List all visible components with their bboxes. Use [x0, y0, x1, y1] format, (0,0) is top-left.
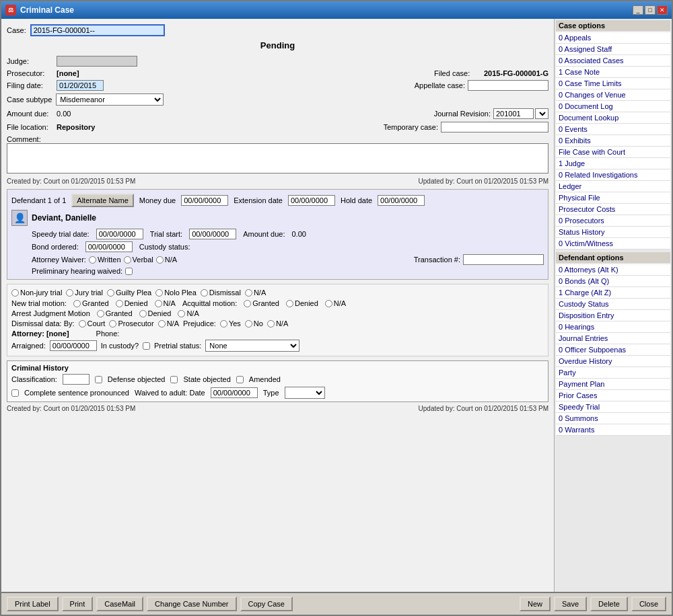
new-button[interactable]: New — [520, 596, 551, 611]
defense-objected-checkbox[interactable] — [95, 376, 102, 383]
amended-checkbox[interactable] — [236, 376, 244, 383]
close-button[interactable]: ✕ — [657, 5, 668, 15]
charge-link[interactable]: 1 Charge (Alt Z) — [556, 287, 670, 299]
pretrial-select[interactable]: None Monitoring — [205, 340, 299, 352]
created-info: Created by: Court on 01/20/2015 01:53 PM — [7, 178, 135, 185]
exhibits-link[interactable]: 0 Exhibits — [556, 135, 670, 147]
nolo-plea-radio[interactable] — [155, 289, 163, 297]
close-window-button[interactable]: Close — [631, 596, 666, 611]
dismiss-na-radio[interactable] — [158, 320, 166, 328]
case-time-limits-link[interactable]: 0 Case Time Limits — [556, 78, 670, 89]
speedy-trial-link[interactable]: Speedy Trial — [556, 401, 670, 413]
associated-cases-link[interactable]: 0 Associated Cases — [556, 55, 670, 67]
physical-file-link[interactable]: Physical File — [556, 192, 670, 204]
prosecutors-link[interactable]: 0 Prosecutors — [556, 215, 670, 227]
minimize-button[interactable]: _ — [633, 5, 643, 15]
bonds-link[interactable]: 0 Bonds (Alt Q) — [556, 276, 670, 287]
na-waiver-radio[interactable] — [156, 256, 164, 264]
casemail-button[interactable]: CaseMail — [96, 596, 143, 611]
changes-of-venue-link[interactable]: 0 Changes of Venue — [556, 89, 670, 101]
appeals-link[interactable]: 0 Appeals — [556, 32, 670, 44]
new-trial-na-radio[interactable] — [155, 300, 162, 307]
print-button[interactable]: Print — [62, 596, 94, 611]
related-investigations-link[interactable]: 0 Related Investigations — [556, 169, 670, 181]
speedy-trial-input[interactable] — [96, 229, 143, 239]
hold-date-input[interactable] — [378, 195, 425, 206]
state-objected-checkbox[interactable] — [170, 376, 178, 383]
trial-start-input[interactable] — [189, 229, 236, 239]
warrants-link[interactable]: 0 Warrants — [556, 424, 670, 436]
delete-button[interactable]: Delete — [590, 596, 628, 611]
officer-subpoenas-link[interactable]: 0 Officer Subpoenas — [556, 344, 670, 356]
prelim-hearing-checkbox[interactable] — [125, 268, 133, 275]
aj-granted-radio[interactable] — [97, 310, 104, 317]
alternate-name-button[interactable]: Alternate Name — [71, 194, 133, 207]
extension-date-input[interactable] — [288, 195, 335, 206]
custody-status-link[interactable]: Custody Status — [556, 299, 670, 310]
non-jury-radio[interactable] — [11, 289, 19, 297]
filing-date-input[interactable] — [57, 80, 104, 91]
document-lookup-link[interactable]: Document Lookup — [556, 112, 670, 124]
payment-plan-link[interactable]: Payment Plan — [556, 379, 670, 390]
appellate-input[interactable] — [468, 80, 548, 91]
journal-revision-input[interactable] — [493, 108, 534, 119]
type-select[interactable] — [285, 387, 325, 399]
ledger-link[interactable]: Ledger — [556, 181, 670, 192]
written-radio[interactable] — [89, 256, 96, 264]
dismiss-court-radio[interactable] — [79, 320, 86, 328]
attorneys-link[interactable]: 0 Attorneys (Alt K) — [556, 264, 670, 276]
status-history-link[interactable]: Status History — [556, 227, 670, 238]
temporary-case-input[interactable] — [441, 122, 548, 132]
victim-witness-link[interactable]: 0 Victim/Witness — [556, 238, 670, 249]
case-note-link[interactable]: 1 Case Note — [556, 67, 670, 78]
save-button[interactable]: Save — [554, 596, 587, 611]
waived-date-input[interactable] — [211, 387, 258, 398]
print-label-button[interactable]: Print Label — [7, 596, 59, 611]
disposition-entry-link[interactable]: Disposition Entry — [556, 310, 670, 321]
case-subtype-select[interactable]: Misdemeanor Felony — [56, 93, 164, 106]
aj-na-radio[interactable] — [178, 310, 185, 317]
jury-radio[interactable] — [66, 289, 73, 297]
dismissal-radio[interactable] — [201, 289, 208, 297]
money-due-input[interactable] — [181, 195, 228, 206]
comment-textarea[interactable] — [7, 143, 548, 174]
new-trial-granted-radio[interactable] — [73, 300, 81, 307]
prosecutor-costs-link[interactable]: Prosecutor Costs — [556, 204, 670, 215]
copy-case-button[interactable]: Copy Case — [240, 596, 293, 611]
arraigned-input[interactable] — [50, 340, 97, 351]
events-link[interactable]: 0 Events — [556, 124, 670, 135]
prejudice-yes-radio[interactable] — [220, 320, 227, 328]
document-log-link[interactable]: 0 Document Log — [556, 101, 670, 112]
journal-entries-link[interactable]: Journal Entries — [556, 333, 670, 344]
maximize-button[interactable]: □ — [645, 5, 656, 15]
acquittal-granted-radio[interactable] — [244, 300, 251, 307]
judge-input[interactable] — [57, 56, 137, 67]
prejudice-na-radio[interactable] — [267, 320, 275, 328]
bond-ordered-input[interactable] — [85, 241, 133, 252]
file-case-with-court-link[interactable]: File Case with Court — [556, 147, 670, 158]
prior-cases-link[interactable]: Prior Cases — [556, 390, 670, 401]
journal-revision-select[interactable] — [535, 108, 548, 119]
aj-denied-radio[interactable] — [139, 310, 147, 317]
dismiss-prosecutor-radio[interactable] — [109, 320, 116, 328]
judge-link[interactable]: 1 Judge — [556, 158, 670, 169]
acquittal-na-radio[interactable] — [325, 300, 332, 307]
na-trial-radio[interactable] — [245, 289, 252, 297]
new-trial-denied-radio[interactable] — [116, 300, 123, 307]
acquittal-denied-radio[interactable] — [286, 300, 293, 307]
overdue-history-link[interactable]: Overdue History — [556, 356, 670, 367]
assigned-staff-link[interactable]: 0 Assigned Staff — [556, 44, 670, 55]
prejudice-no-radio[interactable] — [245, 320, 252, 328]
complete-sentence-checkbox[interactable] — [11, 389, 19, 397]
case-input[interactable] — [30, 24, 165, 36]
classification-input[interactable] — [63, 374, 90, 385]
verbal-radio[interactable] — [124, 256, 131, 264]
summons-link[interactable]: 0 Summons — [556, 413, 670, 424]
transaction-input[interactable] — [463, 254, 544, 265]
custody-checkbox[interactable] — [143, 342, 150, 350]
guilty-plea-radio[interactable] — [107, 289, 114, 297]
party-link[interactable]: Party — [556, 367, 670, 379]
hearings-link[interactable]: 0 Hearings — [556, 321, 670, 333]
sentence-row: Complete sentence pronounced Waived to a… — [11, 387, 544, 399]
change-case-number-button[interactable]: Change Case Number — [147, 596, 236, 611]
